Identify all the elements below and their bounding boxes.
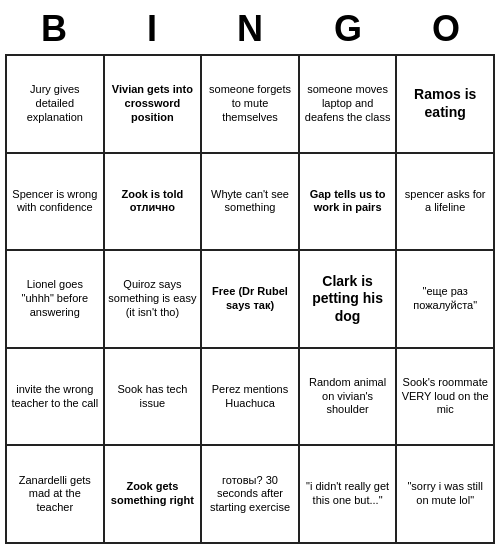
bingo-cell-24[interactable]: "sorry i was still on mute lol" <box>396 445 494 543</box>
bingo-cell-4[interactable]: Ramos is eating <box>396 55 494 153</box>
bingo-cell-10[interactable]: Lionel goes "uhhh" before answering <box>6 250 104 348</box>
bingo-cell-19[interactable]: Sook's roommate VERY loud on the mic <box>396 348 494 446</box>
bingo-cell-23[interactable]: "i didn't really get this one but..." <box>299 445 397 543</box>
bingo-cell-8[interactable]: Gap tells us to work in pairs <box>299 153 397 251</box>
bingo-cell-6[interactable]: Zook is told отлично <box>104 153 202 251</box>
bingo-cell-7[interactable]: Whyte can't see something <box>201 153 299 251</box>
letter-i: I <box>107 8 197 50</box>
bingo-cell-14[interactable]: "еще раз пожалуйста" <box>396 250 494 348</box>
bingo-cell-12[interactable]: Free (Dr Rubel says так) <box>201 250 299 348</box>
bingo-cell-21[interactable]: Zook gets something right <box>104 445 202 543</box>
bingo-cell-22[interactable]: готовы? 30 seconds after starting exerci… <box>201 445 299 543</box>
bingo-cell-2[interactable]: someone forgets to mute themselves <box>201 55 299 153</box>
letter-o: O <box>401 8 491 50</box>
letter-n: N <box>205 8 295 50</box>
bingo-cell-13[interactable]: Clark is petting his dog <box>299 250 397 348</box>
bingo-title: B I N G O <box>5 0 495 54</box>
bingo-cell-20[interactable]: Zanardelli gets mad at the teacher <box>6 445 104 543</box>
bingo-cell-18[interactable]: Random animal on vivian's shoulder <box>299 348 397 446</box>
bingo-cell-0[interactable]: Jury gives detailed explanation <box>6 55 104 153</box>
bingo-cell-3[interactable]: someone moves laptop and deafens the cla… <box>299 55 397 153</box>
bingo-cell-11[interactable]: Quiroz says something is easy (it isn't … <box>104 250 202 348</box>
bingo-grid: Jury gives detailed explanationVivian ge… <box>5 54 495 544</box>
bingo-cell-17[interactable]: Perez mentions Huachuca <box>201 348 299 446</box>
bingo-cell-5[interactable]: Spencer is wrong with confidence <box>6 153 104 251</box>
letter-g: G <box>303 8 393 50</box>
bingo-cell-9[interactable]: spencer asks for a lifeline <box>396 153 494 251</box>
bingo-cell-16[interactable]: Sook has tech issue <box>104 348 202 446</box>
bingo-cell-1[interactable]: Vivian gets into crossword position <box>104 55 202 153</box>
letter-b: B <box>9 8 99 50</box>
bingo-cell-15[interactable]: invite the wrong teacher to the call <box>6 348 104 446</box>
